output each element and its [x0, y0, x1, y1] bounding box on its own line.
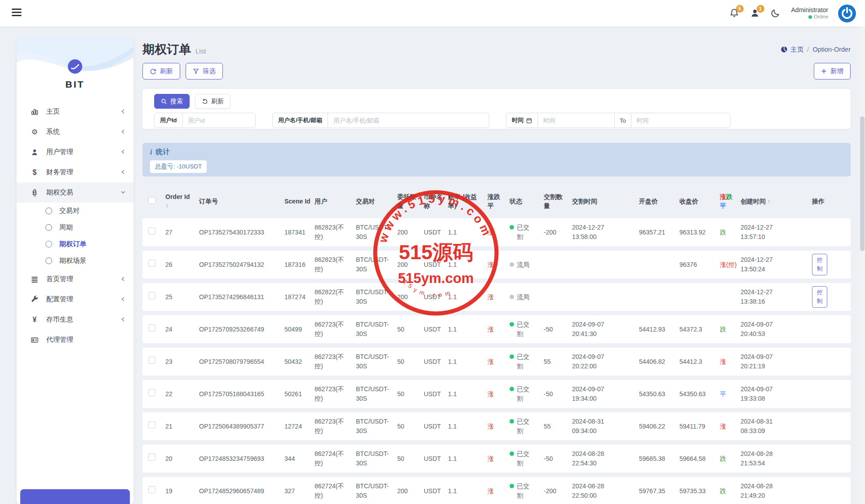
sidebar-item-homepage-management[interactable]: 首页管理 — [17, 269, 133, 289]
scrollbar-thumb[interactable] — [860, 116, 865, 251]
menu-toggle-icon[interactable] — [12, 9, 22, 18]
cell-close-price: 54372.3 — [679, 325, 720, 334]
cell-close-price: 96313.92 — [679, 228, 720, 237]
to-label: To — [614, 113, 631, 128]
control-button[interactable]: 控制 — [812, 254, 827, 275]
row-checkbox[interactable] — [148, 454, 155, 461]
user-name-input[interactable] — [328, 113, 476, 128]
control-button[interactable]: 控制 — [812, 286, 827, 308]
row-checkbox[interactable] — [148, 357, 155, 364]
reset-button[interactable]: 刷新 — [195, 94, 231, 109]
select-all-checkbox[interactable] — [148, 197, 155, 204]
messages-badge: 1 — [757, 5, 764, 13]
sidebar-subitem-option-scenes[interactable]: 期权场景 — [17, 252, 133, 269]
cell-user: 862823(不控) — [315, 223, 352, 242]
row-checkbox[interactable] — [148, 421, 155, 429]
cell-settle-time: 2024-12-27 13:58:00 — [572, 223, 615, 242]
username: Administrator — [791, 6, 828, 14]
table-row: 26 OP1735275024794132 187316 862823(不控) … — [142, 251, 851, 279]
sort-arrow-icon[interactable]: ↑ — [767, 198, 771, 205]
header-order-id[interactable]: Order Id↑ — [165, 192, 199, 211]
user-menu[interactable]: Administrator Online — [791, 6, 828, 20]
dark-mode-moon-icon[interactable] — [771, 8, 781, 19]
cell-side: 涨 — [488, 260, 510, 270]
sidebar-subitem-option-orders[interactable]: 期权订单 — [17, 236, 133, 252]
row-checkbox[interactable] — [148, 292, 155, 299]
time-from-input[interactable] — [538, 113, 614, 128]
calendar-icon — [526, 118, 532, 124]
row-checkbox[interactable] — [148, 324, 155, 332]
chevron-left-icon — [120, 296, 126, 302]
cell-pair: BTC/USDT-30S — [356, 320, 394, 339]
cell-actions: 控制 — [812, 254, 851, 275]
sidebar-item-finance[interactable]: $ 财务管理 — [17, 162, 133, 182]
notifications-bell-icon[interactable]: 5 — [729, 8, 740, 19]
sidebar-subitem-trading-pairs[interactable]: 交易对 — [17, 203, 133, 219]
cell-open-price: 59406.22 — [639, 422, 679, 431]
table-header: Order Id↑ 订单号 Scene Id 用户 交易对 委托数量 币种名称 … — [142, 192, 851, 211]
row-checkbox[interactable] — [148, 227, 155, 234]
cell-order-no: OP1735275430172333 — [199, 228, 284, 237]
breadcrumb-home-link[interactable]: 主页 — [781, 45, 803, 54]
row-checkbox[interactable] — [148, 389, 155, 396]
cell-odds: 1.1 — [448, 325, 488, 334]
cell-created: 2024-09-07 20:40:53 — [741, 320, 784, 339]
sort-arrow-icon[interactable]: ↑ — [165, 201, 195, 210]
top-navbar: 5 1 Administrator Online — [0, 0, 865, 27]
sidebar-subitem-period[interactable]: 周期 — [17, 219, 133, 236]
search-button[interactable]: 搜索 — [154, 94, 190, 109]
sidebar-item-coin-savings[interactable]: ¥ 存币生息 — [17, 309, 133, 330]
user-id-input[interactable] — [183, 113, 250, 128]
status-dot — [510, 225, 514, 230]
cell-status: 已交割 — [510, 482, 544, 500]
refresh-button[interactable]: 刷新 — [142, 63, 180, 80]
header-created[interactable]: 创建时间 ↑ — [741, 197, 812, 206]
sidebar-item-option-trading[interactable]: B 期权交易 — [17, 182, 133, 203]
plus-icon — [821, 68, 827, 74]
messages-user-icon[interactable]: 1 — [750, 8, 761, 19]
cell-status: 流局 — [510, 292, 544, 302]
logo-icon — [67, 58, 83, 75]
row-checkbox[interactable] — [148, 486, 155, 493]
cell-settle-amount: -50 — [544, 325, 572, 334]
avatar[interactable] — [838, 4, 856, 22]
filter-button[interactable]: 筛选 — [186, 63, 223, 80]
cell-side: 涨 — [488, 325, 510, 334]
sidebar-bottom-bar — [20, 489, 130, 504]
sidebar-item-config-management[interactable]: 配置管理 — [17, 289, 133, 309]
chevron-left-icon — [120, 276, 126, 282]
scrollbar-track[interactable] — [859, 27, 865, 504]
sidebar-item-user-management[interactable]: 用户管理 — [17, 142, 133, 162]
cell-coin: USDT — [424, 292, 448, 302]
status-text: 已交割 — [517, 482, 533, 500]
cell-close-price: 59664.58 — [679, 454, 720, 464]
sidebar-item-home[interactable]: 主页 — [17, 102, 133, 122]
time-to-input[interactable] — [631, 113, 708, 128]
add-button[interactable]: 新增 — [814, 63, 851, 80]
status-text: 流局 — [517, 292, 533, 302]
cell-status: 已交割 — [510, 385, 544, 403]
sidebar-item-system[interactable]: ⚙ 系统 — [17, 122, 133, 142]
row-checkbox[interactable] — [148, 260, 155, 267]
cell-scene-id: 50261 — [284, 389, 315, 399]
table-row: 21 OP1725064389905377 12724 862723(不控) B… — [142, 412, 851, 440]
sidebar-menu: 主页 ⚙ 系统 用户管理 $ 财务管理 — [17, 102, 133, 350]
cell-amount: 200 — [397, 260, 424, 270]
cell-odds: 1.1 — [448, 292, 488, 302]
cell-order-id: 19 — [165, 486, 199, 496]
statistics-panel: i 统计 总盈亏: -10USDT — [142, 143, 851, 177]
table-row: 19 OP1724852960657489 327 862724(不控) BTC… — [142, 477, 851, 504]
chevron-left-icon — [120, 149, 126, 155]
header-status: 状态 — [510, 197, 544, 206]
sidebar-item-agent-management[interactable]: 代理管理 — [17, 330, 133, 350]
cell-amount: 50 — [397, 389, 424, 399]
cell-status: 已交割 — [510, 417, 544, 436]
cell-pair: BTC/USDT-30S — [356, 287, 394, 306]
header-coin: 币种名称 — [424, 192, 448, 211]
cell-odds: 1.1 — [448, 486, 488, 496]
cell-created: 2024-09-07 19:33:08 — [741, 385, 784, 403]
cell-side: 涨 — [488, 228, 510, 237]
filter-user-name-group: 用户名/手机/邮箱 — [272, 113, 489, 128]
breadcrumb-current[interactable]: Option-Order — [812, 46, 851, 53]
funnel-icon — [193, 68, 199, 75]
